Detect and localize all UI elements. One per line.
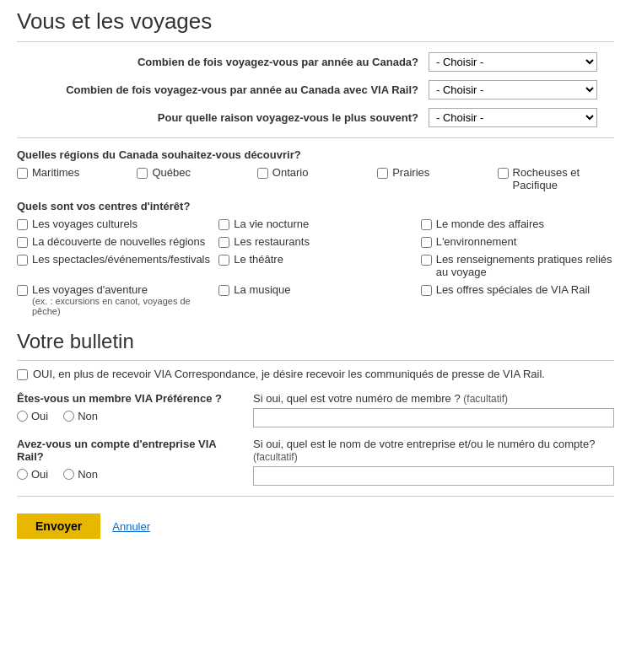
member-num-question: Si oui, quel est votre numéro de membre …	[253, 392, 614, 405]
region-prairies: Prairies	[377, 166, 493, 191]
interest-spectacles-checkbox[interactable]	[17, 255, 28, 266]
interest-nocturne: La vie nocturne	[218, 218, 412, 230]
interest-theatre-checkbox[interactable]	[218, 255, 229, 266]
enterprise-num-question: Si oui, quel est le nom de votre entrepr…	[253, 438, 614, 463]
interest-renseignements-checkbox[interactable]	[421, 255, 432, 266]
member-oui-label: Oui	[31, 410, 48, 422]
member-non-radio[interactable]	[63, 411, 74, 422]
interest-culturels-checkbox[interactable]	[17, 219, 28, 230]
interest-decouverte: La découverte de nouvelles régions	[17, 235, 210, 248]
bulletin-section: Votre bulletin OUI, en plus de recevoir …	[17, 330, 614, 486]
region-quebec: Québec	[137, 166, 253, 191]
regions-grid: Maritimes Québec Ontario Prairies Rocheu…	[17, 166, 614, 191]
region-ontario-checkbox[interactable]	[257, 168, 268, 179]
interest-affaires-label: Le monde des affaires	[436, 218, 544, 230]
member-left: Êtes-vous un membre VIA Préférence ? Oui…	[17, 392, 236, 427]
member-oui-item: Oui	[17, 410, 48, 422]
interest-culturels: Les voyages culturels	[17, 218, 210, 230]
regions-section: Quelles régions du Canada souhaitez-vous…	[17, 148, 614, 316]
press-checkbox-row: OUI, en plus de recevoir VIA Corresponda…	[17, 368, 614, 380]
interest-aventure-subtext: (ex. : excursions en canot, voyages de p…	[32, 296, 210, 316]
raison-label: Pour quelle raison voyagez-vous le plus …	[34, 111, 429, 124]
raison-select[interactable]: - Choisir -	[429, 108, 597, 127]
page-title: Vous et les voyages	[17, 8, 614, 35]
interest-musique: La musique	[218, 283, 412, 316]
interest-aventure-label: Les voyages d'aventure (ex. : excursions…	[32, 283, 210, 316]
enterprise-oui-label: Oui	[31, 468, 48, 481]
press-label: OUI, en plus de recevoir VIA Corresponda…	[33, 368, 545, 380]
member-non-item: Non	[63, 410, 98, 422]
interest-renseignements-label: Les renseignements pratiques reliés au v…	[436, 253, 614, 278]
enterprise-non-item: Non	[63, 468, 98, 481]
enterprise-non-radio[interactable]	[63, 469, 74, 480]
canada-frequency-select[interactable]: - Choisir -	[429, 52, 597, 72]
canada-frequency-row: Combien de fois voyagez-vous par année a…	[17, 52, 614, 72]
annuler-button[interactable]: Annuler	[112, 520, 150, 533]
interest-musique-label: La musique	[234, 283, 290, 296]
interest-nocturne-checkbox[interactable]	[218, 219, 229, 230]
enterprise-oui-radio[interactable]	[17, 469, 28, 480]
interest-musique-checkbox[interactable]	[218, 285, 229, 296]
region-ontario: Ontario	[257, 166, 374, 191]
member-non-label: Non	[78, 410, 98, 422]
interest-aventure-checkbox[interactable]	[17, 285, 28, 296]
interest-environnement-checkbox[interactable]	[421, 237, 432, 248]
member-num-input[interactable]	[253, 408, 614, 427]
interest-restaurants-label: Les restaurants	[234, 235, 310, 248]
travel-frequency-section: Combien de fois voyagez-vous par année a…	[17, 52, 614, 127]
region-rocheuses-checkbox[interactable]	[498, 168, 509, 179]
region-maritimes-label: Maritimes	[32, 166, 79, 179]
via-frequency-row: Combien de fois voyagez-vous par année a…	[17, 80, 614, 99]
region-maritimes: Maritimes	[17, 166, 133, 191]
interest-spectacles-label: Les spectacles/événements/festivals	[32, 253, 210, 266]
enterprise-section: Avez-vous un compte d'entreprise VIA Rai…	[17, 438, 614, 486]
region-prairies-checkbox[interactable]	[377, 168, 388, 179]
regions-title: Quelles régions du Canada souhaitez-vous…	[17, 148, 614, 161]
region-rocheuses-label: Rocheuses et Pacifique	[513, 166, 614, 191]
interest-spectacles: Les spectacles/événements/festivals	[17, 253, 210, 278]
member-num-optional: (facultatif)	[463, 393, 508, 405]
raison-row: Pour quelle raison voyagez-vous le plus …	[17, 108, 614, 127]
interest-restaurants-checkbox[interactable]	[218, 237, 229, 248]
region-prairies-label: Prairies	[392, 166, 429, 179]
interests-title: Quels sont vos centres d'intérêt?	[17, 200, 614, 212]
region-quebec-checkbox[interactable]	[137, 168, 148, 179]
via-frequency-select[interactable]: - Choisir -	[429, 80, 597, 99]
region-ontario-label: Ontario	[272, 166, 309, 179]
region-maritimes-checkbox[interactable]	[17, 168, 28, 179]
interest-offres-checkbox[interactable]	[421, 285, 432, 296]
member-right: Si oui, quel est votre numéro de membre …	[253, 392, 614, 427]
interest-environnement: L'environnement	[421, 235, 614, 248]
region-quebec-label: Québec	[152, 166, 191, 179]
interest-aventure: Les voyages d'aventure (ex. : excursions…	[17, 283, 210, 316]
member-radio-group: Oui Non	[17, 410, 236, 422]
enterprise-question: Avez-vous un compte d'entreprise VIA Rai…	[17, 438, 236, 463]
interest-affaires: Le monde des affaires	[421, 218, 614, 230]
via-frequency-label: Combien de fois voyagez-vous par année a…	[34, 83, 429, 96]
interest-culturels-label: Les voyages culturels	[32, 218, 138, 230]
enterprise-oui-item: Oui	[17, 468, 48, 481]
member-oui-radio[interactable]	[17, 411, 28, 422]
region-rocheuses: Rocheuses et Pacifique	[498, 166, 614, 191]
canada-frequency-label: Combien de fois voyagez-vous par année a…	[34, 56, 429, 68]
interest-affaires-checkbox[interactable]	[421, 219, 432, 230]
footer-buttons: Envoyer Annuler	[17, 513, 614, 547]
interest-renseignements: Les renseignements pratiques reliés au v…	[421, 253, 614, 278]
press-checkbox[interactable]	[17, 369, 28, 380]
envoyer-button[interactable]: Envoyer	[17, 513, 100, 539]
interests-grid: Les voyages culturels La vie nocturne Le…	[17, 218, 614, 316]
interest-decouverte-checkbox[interactable]	[17, 237, 28, 248]
enterprise-num-optional: (facultatif)	[253, 451, 298, 463]
enterprise-left: Avez-vous un compte d'entreprise VIA Rai…	[17, 438, 236, 486]
member-question: Êtes-vous un membre VIA Préférence ?	[17, 392, 236, 405]
enterprise-right: Si oui, quel est le nom de votre entrepr…	[253, 438, 614, 486]
interest-offres: Les offres spéciales de VIA Rail	[421, 283, 614, 316]
enterprise-non-label: Non	[78, 468, 98, 481]
member-section: Êtes-vous un membre VIA Préférence ? Oui…	[17, 392, 614, 427]
interest-theatre-label: Le théâtre	[234, 253, 283, 266]
enterprise-num-input[interactable]	[253, 466, 614, 486]
interest-theatre: Le théâtre	[218, 253, 412, 278]
enterprise-radio-group: Oui Non	[17, 468, 236, 481]
interest-decouverte-label: La découverte de nouvelles régions	[32, 235, 205, 248]
bulletin-title: Votre bulletin	[17, 330, 614, 353]
